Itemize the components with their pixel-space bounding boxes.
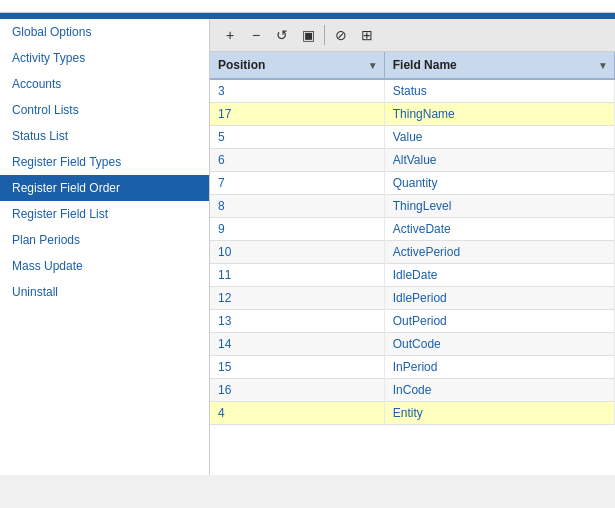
table-row: 14OutCode <box>210 333 615 356</box>
cell-position: 12 <box>210 287 384 310</box>
table-row: 6AltValue <box>210 149 615 172</box>
table-row: 8ThingLevel <box>210 195 615 218</box>
cell-position: 15 <box>210 356 384 379</box>
cell-field-name: AltValue <box>384 149 614 172</box>
cell-field-name: ActiveDate <box>384 218 614 241</box>
cell-field-name: IdleDate <box>384 264 614 287</box>
cell-position: 11 <box>210 264 384 287</box>
cell-position: 17 <box>210 103 384 126</box>
cell-field-name: InCode <box>384 379 614 402</box>
table-row: 13OutPeriod <box>210 310 615 333</box>
app-header <box>0 0 615 13</box>
toolbar-btn-add[interactable]: + <box>218 23 242 47</box>
column-header-field-name[interactable]: Field Name▼ <box>384 52 614 79</box>
cell-position: 5 <box>210 126 384 149</box>
table-row: 16InCode <box>210 379 615 402</box>
sidebar-item-accounts[interactable]: Accounts <box>0 71 209 97</box>
cell-field-name: ThingLevel <box>384 195 614 218</box>
cell-position: 14 <box>210 333 384 356</box>
toolbar-btn-refresh[interactable]: ↺ <box>270 23 294 47</box>
cell-field-name: Quantity <box>384 172 614 195</box>
cell-field-name: Status <box>384 79 614 103</box>
sidebar-item-status-list[interactable]: Status List <box>0 123 209 149</box>
data-table: Position▼Field Name▼ 3Status17ThingName5… <box>210 52 615 425</box>
toolbar-btn-filter[interactable]: ⊘ <box>329 23 353 47</box>
cell-position: 4 <box>210 402 384 425</box>
cell-position: 16 <box>210 379 384 402</box>
sidebar-item-global-options[interactable]: Global Options <box>0 19 209 45</box>
cell-position: 7 <box>210 172 384 195</box>
toolbar-btn-columns[interactable]: ⊞ <box>355 23 379 47</box>
toolbar-btn-remove[interactable]: − <box>244 23 268 47</box>
table-row: 12IdlePeriod <box>210 287 615 310</box>
cell-position: 6 <box>210 149 384 172</box>
filter-icon-field-name[interactable]: ▼ <box>598 60 608 71</box>
cell-field-name: Value <box>384 126 614 149</box>
table-row: 15InPeriod <box>210 356 615 379</box>
table-row: 7Quantity <box>210 172 615 195</box>
cell-field-name: ThingName <box>384 103 614 126</box>
sidebar-item-mass-update[interactable]: Mass Update <box>0 253 209 279</box>
sidebar: Global OptionsActivity TypesAccountsCont… <box>0 19 210 475</box>
table-row: 9ActiveDate <box>210 218 615 241</box>
cell-field-name: Entity <box>384 402 614 425</box>
table-row: 10ActivePeriod <box>210 241 615 264</box>
filter-icon-position[interactable]: ▼ <box>368 60 378 71</box>
cell-position: 8 <box>210 195 384 218</box>
sidebar-item-plan-periods[interactable]: Plan Periods <box>0 227 209 253</box>
sidebar-item-register-field-order[interactable]: Register Field Order <box>0 175 209 201</box>
table-row: 11IdleDate <box>210 264 615 287</box>
cell-field-name: OutPeriod <box>384 310 614 333</box>
table-row: 17ThingName <box>210 103 615 126</box>
cell-field-name: ActivePeriod <box>384 241 614 264</box>
table-row: 4Entity <box>210 402 615 425</box>
content-area: +−↺▣⊘⊞ Position▼Field Name▼ 3Status17Thi… <box>210 19 615 475</box>
cell-position: 9 <box>210 218 384 241</box>
column-header-position[interactable]: Position▼ <box>210 52 384 79</box>
cell-field-name: InPeriod <box>384 356 614 379</box>
cell-field-name: OutCode <box>384 333 614 356</box>
table-row: 3Status <box>210 79 615 103</box>
sidebar-item-register-field-types[interactable]: Register Field Types <box>0 149 209 175</box>
table-container: Position▼Field Name▼ 3Status17ThingName5… <box>210 52 615 475</box>
sidebar-item-activity-types[interactable]: Activity Types <box>0 45 209 71</box>
cell-position: 3 <box>210 79 384 103</box>
table-row: 5Value <box>210 126 615 149</box>
cell-field-name: IdlePeriod <box>384 287 614 310</box>
sidebar-item-control-lists[interactable]: Control Lists <box>0 97 209 123</box>
sidebar-item-register-field-list[interactable]: Register Field List <box>0 201 209 227</box>
toolbar: +−↺▣⊘⊞ <box>210 19 615 52</box>
toolbar-btn-save[interactable]: ▣ <box>296 23 320 47</box>
sidebar-item-uninstall[interactable]: Uninstall <box>0 279 209 305</box>
cell-position: 13 <box>210 310 384 333</box>
cell-position: 10 <box>210 241 384 264</box>
toolbar-separator <box>324 25 325 45</box>
